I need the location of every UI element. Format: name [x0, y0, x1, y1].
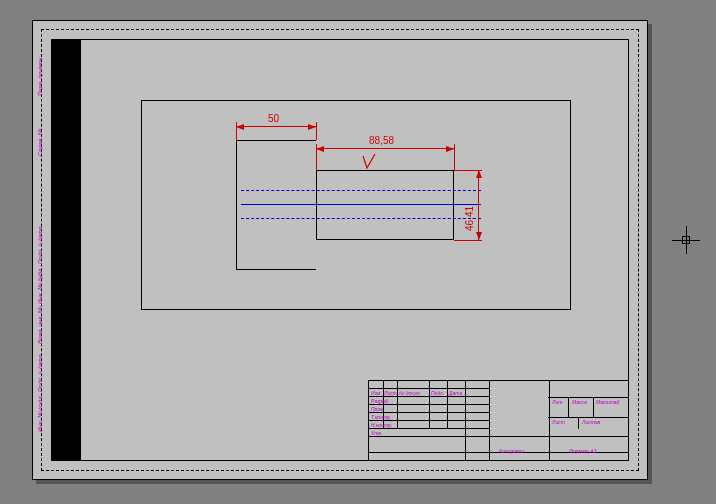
left-label-3: Взам. инв. № [37, 307, 43, 344]
left-box-4 [51, 268, 81, 308]
surface-finish-symbol[interactable] [361, 154, 377, 170]
tb-listov: Листов [582, 419, 600, 425]
tb-list2: Лист [552, 419, 565, 425]
tb-lit: Лит. [552, 399, 564, 405]
tb-nkontr: Н.контр. [371, 422, 392, 428]
left-label-1: Инв. № подл. [37, 395, 43, 432]
left-box-1 [51, 396, 81, 436]
tb-masshtab: Масштаб [596, 399, 619, 405]
tb-izm: Изм. [371, 390, 382, 396]
drawing-frame: Инв. № подл. Подп. и дата Взам. инв. № И… [51, 39, 629, 461]
tb-list: Лист [384, 390, 397, 396]
hidden-line-bottom [241, 218, 481, 219]
dimension-8858[interactable] [316, 148, 454, 149]
crosshair-cursor [672, 226, 700, 254]
tb-kopiroval: Копировал [499, 448, 524, 454]
ext-line [454, 144, 455, 170]
tb-massa: Масса [572, 399, 587, 405]
dimension-4641-text: 46,41 [464, 206, 475, 231]
tb-prov: Пров. [371, 406, 384, 412]
ext-line [316, 122, 317, 140]
hidden-line-top [241, 190, 481, 191]
tb-divider [369, 405, 489, 413]
left-box-3 [51, 308, 81, 348]
tb-divider [578, 417, 579, 429]
tb-format: Формат А3 [569, 448, 596, 454]
left-margin-strip: Инв. № подл. Подп. и дата Взам. инв. № И… [51, 40, 81, 460]
tb-razrab: Разраб. [371, 398, 389, 404]
tb-divider [369, 381, 489, 389]
tb-divider [548, 417, 628, 418]
tb-podp: Подп. [431, 390, 444, 396]
title-block[interactable]: Изм. Лист № докум. Подп. Дата Разраб. Пр… [368, 380, 628, 460]
dimension-8858-text: 88,58 [369, 135, 394, 146]
dimension-50[interactable] [236, 126, 316, 127]
dimension-4641[interactable] [478, 170, 479, 240]
left-box-7 [51, 40, 81, 100]
left-box-2 [51, 348, 81, 396]
tb-divider [568, 397, 569, 417]
ext-line [454, 240, 482, 241]
tb-divider [593, 397, 594, 417]
tb-utv: Утв. [371, 430, 382, 436]
drawing-sheet: Инв. № подл. Подп. и дата Взам. инв. № И… [32, 20, 648, 480]
left-label-5: Подп. и дата [37, 226, 43, 264]
left-box-6 [51, 100, 81, 160]
part-flange [236, 140, 316, 270]
tb-docnum: № докум. [399, 390, 421, 396]
tb-divider [548, 397, 628, 398]
dimension-50-text: 50 [268, 113, 279, 124]
left-label-2: Подп. и дата [37, 354, 43, 392]
left-label-7: Перв. примен. [37, 56, 43, 96]
centerline [241, 204, 481, 205]
left-box-5 [51, 220, 81, 268]
left-label-4: Инв. № дубл. [37, 267, 43, 304]
tb-data: Дата [449, 390, 462, 396]
left-label-6: Справ. № [37, 129, 43, 156]
part-shaft [316, 170, 454, 240]
tb-tkontr: Т.контр. [371, 414, 391, 420]
